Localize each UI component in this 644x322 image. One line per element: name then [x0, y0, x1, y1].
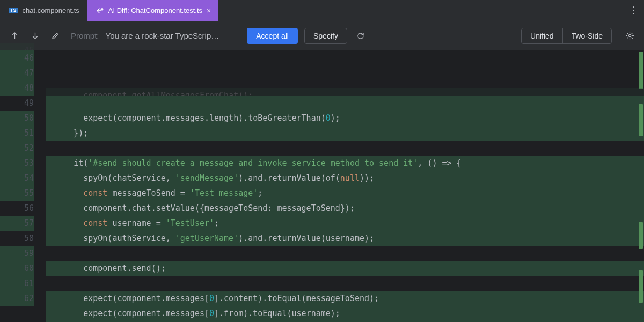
line-number: 61: [0, 276, 34, 291]
code-line[interactable]: [46, 246, 644, 261]
view-unified-button[interactable]: Unified: [522, 28, 562, 43]
line-number: 53: [0, 156, 34, 171]
line-number-gutter: 454647484950515253545556575859606162: [0, 50, 46, 322]
view-two-side-button[interactable]: Two-Side: [562, 28, 611, 43]
code-line[interactable]: expect(component.messages[0].from).toEqu…: [46, 306, 644, 321]
svg-point-0: [628, 34, 631, 36]
line-number: 49: [0, 96, 34, 111]
line-number: 52: [0, 141, 34, 156]
diff-toolbar: Prompt: You are a rock-star TypeScrip… A…: [0, 21, 644, 50]
tabs-bar: TS chat.component.ts AI Diff: ChatCompon…: [0, 0, 644, 21]
code-line[interactable]: spyOn(chatService, 'sendMessage').and.re…: [46, 171, 644, 186]
line-number: 51: [0, 126, 34, 141]
typescript-badge-icon: TS: [9, 8, 18, 13]
tab-label: AI Diff: ChatComponent.test.ts: [108, 6, 202, 14]
code-editor[interactable]: 454647484950515253545556575859606162 com…: [0, 50, 644, 322]
edit-prompt-button[interactable]: [48, 29, 62, 43]
prompt-text: You are a rock-star TypeScrip…: [106, 31, 219, 40]
prev-change-button[interactable]: [8, 29, 21, 43]
code-line[interactable]: [46, 96, 644, 111]
next-change-button[interactable]: [28, 29, 42, 43]
tab-chat-component[interactable]: TS chat.component.ts: [0, 0, 87, 21]
tab-label: chat.component.ts: [23, 6, 79, 14]
ai-diff-icon: [96, 6, 104, 15]
specify-button[interactable]: Specify: [304, 28, 347, 44]
code-line[interactable]: [46, 141, 644, 156]
view-two-side-label: Two-Side: [572, 32, 603, 40]
tab-ai-diff[interactable]: AI Diff: ChatComponent.test.ts ×: [87, 0, 219, 21]
code-line[interactable]: component.getAllMessagesFromChat();: [46, 88, 644, 96]
specify-label: Specify: [313, 32, 338, 40]
code-line[interactable]: [46, 276, 644, 291]
code-line[interactable]: expect(component.messages.length).toBeGr…: [46, 111, 644, 126]
prompt-label: Prompt:: [71, 31, 99, 40]
line-number: 50: [0, 111, 34, 126]
code-line[interactable]: component.send();: [46, 261, 644, 276]
code-content[interactable]: component.getAllMessagesFromChat(); expe…: [46, 50, 644, 322]
line-number: 45: [0, 43, 34, 50]
close-icon[interactable]: ×: [207, 6, 211, 15]
settings-button[interactable]: [623, 29, 636, 43]
code-line[interactable]: });: [46, 126, 644, 141]
line-number: 56: [0, 201, 34, 216]
rerun-button[interactable]: [354, 29, 368, 43]
line-number: 62: [0, 291, 34, 306]
diff-view-toggle: Unified Two-Side: [521, 28, 612, 44]
line-number: 55: [0, 186, 34, 201]
line-number: 60: [0, 261, 34, 276]
accept-all-label: Accept all: [256, 32, 289, 40]
code-line[interactable]: const username = 'TestUser';: [46, 216, 644, 231]
code-line[interactable]: it('#send should create a message and in…: [46, 156, 644, 171]
tab-more-button[interactable]: [623, 0, 644, 21]
code-line[interactable]: component.chat.setValue({messageToSend: …: [46, 201, 644, 216]
code-line[interactable]: spyOn(authService, 'getUserName').and.re…: [46, 231, 644, 246]
line-number: 47: [0, 65, 34, 80]
line-number: 54: [0, 171, 34, 186]
line-number: 58: [0, 231, 34, 246]
view-unified-label: Unified: [530, 32, 554, 40]
line-number: 57: [0, 216, 34, 231]
code-line[interactable]: const messageToSend = 'Test message';: [46, 186, 644, 201]
line-number: 59: [0, 246, 34, 261]
line-number: 46: [0, 50, 34, 65]
code-line[interactable]: expect(component.messages[0].content).to…: [46, 291, 644, 306]
line-number: 48: [0, 80, 34, 96]
accept-all-button[interactable]: Accept all: [247, 28, 298, 44]
